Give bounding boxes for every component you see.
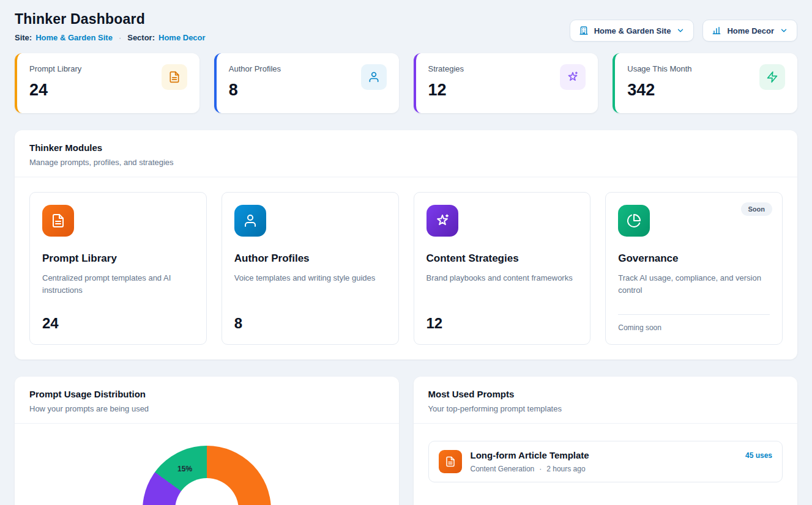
stat-value: 12 bbox=[428, 81, 464, 100]
stat-label: Author Profiles bbox=[229, 64, 281, 73]
breadcrumb-separator: · bbox=[119, 33, 121, 42]
stat-text: Author Profiles 8 bbox=[229, 64, 281, 100]
breadcrumb: Site: Home & Garden Site · Sector: Home … bbox=[15, 33, 206, 42]
modules-title: Thinker Modules bbox=[29, 142, 783, 153]
stat-card-prompt-library: Prompt Library 24 bbox=[15, 53, 199, 113]
stat-card-author-profiles: Author Profiles 8 bbox=[214, 53, 399, 113]
module-value: 8 bbox=[234, 315, 386, 332]
modules-grid: Prompt Library Centralized prompt templa… bbox=[15, 177, 797, 359]
module-description: Centralized prompt templates and AI inst… bbox=[42, 272, 194, 297]
modules-header: Thinker Modules Manage prompts, profiles… bbox=[15, 130, 797, 177]
stat-card-usage: Usage This Month 342 bbox=[613, 53, 797, 113]
sector-link[interactable]: Home Decor bbox=[158, 33, 206, 42]
lightning-icon bbox=[759, 64, 785, 90]
usage-distribution-card: Prompt Usage Distribution How your promp… bbox=[15, 377, 399, 505]
module-card-content-strategies[interactable]: Content Strategies Brand playbooks and c… bbox=[414, 192, 591, 345]
module-value: 12 bbox=[426, 315, 578, 332]
module-footer: Coming soon bbox=[618, 323, 770, 332]
site-link[interactable]: Home & Garden Site bbox=[35, 33, 113, 42]
most-used-prompts-card: Most Used Prompts Your top-performing pr… bbox=[414, 377, 798, 505]
site-label: Site: bbox=[15, 33, 32, 42]
usage-distribution-title: Prompt Usage Distribution bbox=[29, 389, 384, 399]
usage-distribution-subtitle: How your prompts are being used bbox=[29, 404, 384, 413]
user-icon bbox=[234, 205, 266, 237]
site-selector-dropdown[interactable]: Home & Garden Site bbox=[570, 20, 695, 42]
stat-value: 8 bbox=[229, 81, 281, 100]
prompt-item-category: Content Generation bbox=[471, 465, 535, 473]
prompt-item-title: Long-form Article Template bbox=[471, 450, 737, 460]
stat-text: Prompt Library 24 bbox=[29, 64, 81, 100]
dashboard-page: Thinker Dashboard Site: Home & Garden Si… bbox=[0, 0, 812, 505]
prompt-item-uses: 45 uses bbox=[745, 451, 772, 460]
module-title: Author Profiles bbox=[234, 253, 386, 265]
stat-label: Strategies bbox=[428, 64, 464, 73]
stat-value: 342 bbox=[627, 81, 691, 100]
topbar: Thinker Dashboard Site: Home & Garden Si… bbox=[15, 11, 797, 42]
chevron-down-icon bbox=[676, 26, 685, 35]
donut-chart-wrap: 15% bbox=[143, 446, 271, 505]
donut-chart bbox=[143, 446, 271, 505]
chevron-down-icon bbox=[780, 26, 788, 35]
module-title: Governance bbox=[618, 253, 770, 265]
module-divider bbox=[618, 314, 770, 315]
site-selector-label: Home & Garden Site bbox=[594, 26, 671, 35]
most-used-header: Most Used Prompts Your top-performing pr… bbox=[414, 377, 798, 424]
sector-selector-label: Home Decor bbox=[727, 26, 774, 35]
module-description: Track AI usage, compliance, and version … bbox=[618, 272, 770, 297]
most-used-subtitle: Your top-performing prompt templates bbox=[428, 404, 783, 413]
usage-distribution-header: Prompt Usage Distribution How your promp… bbox=[15, 377, 399, 424]
bottom-grid: Prompt Usage Distribution How your promp… bbox=[15, 377, 797, 505]
most-used-title: Most Used Prompts bbox=[428, 389, 783, 399]
modules-subtitle: Manage prompts, profiles, and strategies bbox=[29, 158, 783, 167]
prompt-item-main: Long-form Article Template Content Gener… bbox=[471, 450, 737, 473]
document-icon bbox=[162, 64, 187, 90]
module-title: Content Strategies bbox=[426, 253, 578, 265]
module-card-author-profiles[interactable]: Author Profiles Voice templates and writ… bbox=[222, 192, 399, 345]
module-card-prompt-library[interactable]: Prompt Library Centralized prompt templa… bbox=[29, 192, 207, 345]
module-description: Voice templates and writing style guides bbox=[234, 272, 386, 284]
thinker-modules-panel: Thinker Modules Manage prompts, profiles… bbox=[15, 130, 797, 359]
stats-grid: Prompt Library 24 Author Profiles 8 Stra… bbox=[15, 53, 797, 113]
module-card-governance[interactable]: Soon Governance Track AI usage, complian… bbox=[605, 192, 783, 345]
sparkle-icon bbox=[560, 64, 586, 90]
stat-label: Usage This Month bbox=[627, 64, 691, 73]
building-icon bbox=[579, 26, 589, 35]
document-icon bbox=[439, 450, 462, 473]
prompt-item-meta: Content Generation · 2 hours ago bbox=[471, 465, 737, 473]
page-title: Thinker Dashboard bbox=[15, 11, 206, 28]
header-selectors: Home & Garden Site Home Decor bbox=[570, 20, 797, 42]
user-icon bbox=[361, 64, 387, 90]
stat-text: Strategies 12 bbox=[428, 64, 464, 100]
bar-chart-icon bbox=[712, 26, 721, 35]
document-icon bbox=[42, 205, 74, 237]
stat-label: Prompt Library bbox=[29, 64, 81, 73]
stat-card-strategies: Strategies 12 bbox=[414, 53, 598, 113]
soon-badge: Soon bbox=[741, 202, 773, 216]
sector-label: Sector: bbox=[127, 33, 155, 42]
module-value: 24 bbox=[42, 315, 194, 332]
stat-value: 24 bbox=[29, 81, 81, 100]
sparkle-icon bbox=[426, 205, 458, 237]
stat-text: Usage This Month 342 bbox=[627, 64, 691, 100]
prompt-list-item[interactable]: Long-form Article Template Content Gener… bbox=[428, 441, 783, 482]
header-left: Thinker Dashboard Site: Home & Garden Si… bbox=[15, 11, 206, 42]
sector-selector-dropdown[interactable]: Home Decor bbox=[702, 20, 797, 42]
donut-segment-label: 15% bbox=[177, 465, 192, 473]
pie-chart-icon bbox=[618, 205, 650, 237]
meta-separator: · bbox=[539, 465, 542, 473]
prompt-item-time: 2 hours ago bbox=[546, 465, 585, 473]
module-description: Brand playbooks and content frameworks bbox=[426, 272, 578, 284]
module-title: Prompt Library bbox=[42, 253, 194, 265]
